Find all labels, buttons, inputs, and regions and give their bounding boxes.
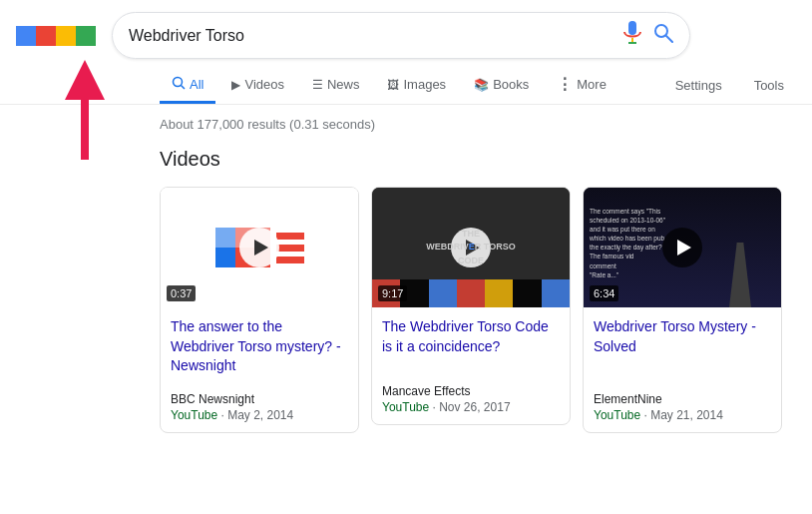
search-bar: Webdriver Torso xyxy=(112,12,690,59)
news-nav-icon: ☰ xyxy=(312,78,323,92)
play-button-1[interactable] xyxy=(239,228,279,267)
videos-section: Videos xyxy=(0,140,812,441)
videos-section-title: Videos xyxy=(160,148,812,171)
platform-label-2: YouTube xyxy=(382,400,429,414)
nav-all-label: All xyxy=(190,77,203,92)
nav-videos-label: Videos xyxy=(244,77,284,92)
video-info-3: Webdriver Torso Mystery - Solved Element… xyxy=(584,307,781,432)
video-date-text-2: Nov 26, 2017 xyxy=(439,400,510,414)
svg-line-6 xyxy=(182,86,186,90)
video-card-2[interactable]: THEWEBDRIVER TORSOCODE xyxy=(371,187,571,425)
images-nav-icon: 🖼 xyxy=(387,78,399,92)
nav-item-more[interactable]: ⋮ More xyxy=(545,67,618,105)
platform-label-3: YouTube xyxy=(594,408,640,422)
nav-item-all[interactable]: All xyxy=(160,68,215,104)
nav-item-images[interactable]: 🖼 Images xyxy=(375,69,458,103)
video-title-3: Webdriver Torso Mystery - Solved xyxy=(594,317,771,356)
video-meta-1: YouTube · May 2, 2014 xyxy=(171,408,348,422)
video-card-1[interactable]: 0:37 The answer to the Webdriver Torso m… xyxy=(160,187,359,433)
video-carousel: 0:37 The answer to the Webdriver Torso m… xyxy=(160,187,812,433)
svg-point-3 xyxy=(655,25,667,37)
search-nav: All ▶ Videos ☰ News 🖼 Images 📚 Books ⋮ M… xyxy=(0,59,812,105)
nav-right-actions: Settings Tools xyxy=(663,70,812,101)
video-date-text-3: May 21, 2014 xyxy=(650,408,723,422)
duration-badge-3: 6:34 xyxy=(590,285,618,301)
video-info-2: The Webdriver Torso Code is it a coincid… xyxy=(372,307,570,424)
books-nav-icon: 📚 xyxy=(474,78,489,92)
nav-news-label: News xyxy=(327,77,360,92)
video-thumbnail-3: The comment says "Thisscheduled on 2013-… xyxy=(584,188,781,307)
video-meta-3: YouTube · May 21, 2014 xyxy=(594,408,771,422)
video-source-1: BBC Newsnight xyxy=(171,392,348,406)
video-thumbnail-2: THEWEBDRIVER TORSOCODE xyxy=(372,188,570,307)
mic-icon[interactable] xyxy=(623,21,641,50)
results-info: About 177,000 results (0.31 seconds) xyxy=(0,105,812,140)
nav-more-label: More xyxy=(577,77,607,92)
svg-line-4 xyxy=(666,36,672,42)
duration-badge-2: 9:17 xyxy=(378,285,407,301)
more-dots-icon: ⋮ xyxy=(557,75,573,94)
video-nav-icon: ▶ xyxy=(231,78,240,92)
video-card-3[interactable]: The comment says "Thisscheduled on 2013-… xyxy=(583,187,782,433)
search-button-icon[interactable] xyxy=(653,23,673,48)
svg-rect-0 xyxy=(628,21,636,35)
google-logo[interactable] xyxy=(16,26,96,46)
nav-books-label: Books xyxy=(493,77,529,92)
video-title-2: The Webdriver Torso Code is it a coincid… xyxy=(382,317,560,356)
video-title-1: The answer to the Webdriver Torso myster… xyxy=(171,317,348,376)
settings-link[interactable]: Settings xyxy=(663,70,734,101)
video-thumbnail-1: 0:37 xyxy=(161,188,358,307)
svg-point-5 xyxy=(174,78,183,87)
nav-item-news[interactable]: ☰ News xyxy=(300,69,372,103)
nav-item-books[interactable]: 📚 Books xyxy=(462,69,541,103)
nav-item-videos[interactable]: ▶ Videos xyxy=(219,69,296,103)
platform-label-1: YouTube xyxy=(171,408,217,422)
results-count: About 177,000 results (0.31 seconds) xyxy=(160,117,375,132)
video-date-text-1: May 2, 2014 xyxy=(227,408,293,422)
video-source-3: ElementNine xyxy=(594,392,771,406)
video-info-1: The answer to the Webdriver Torso myster… xyxy=(161,307,358,432)
tools-link[interactable]: Tools xyxy=(742,70,796,101)
video-meta-2: YouTube · Nov 26, 2017 xyxy=(382,400,560,414)
video-cards-container: 0:37 The answer to the Webdriver Torso m… xyxy=(160,187,812,433)
nav-images-label: Images xyxy=(403,77,446,92)
search-nav-icon xyxy=(172,76,186,93)
search-icons xyxy=(623,21,673,50)
header: Webdriver Torso xyxy=(0,0,812,59)
video-source-2: Mancave Effects xyxy=(382,384,560,398)
duration-badge-1: 0:37 xyxy=(167,285,196,301)
play-button-3[interactable] xyxy=(662,228,702,267)
search-input[interactable]: Webdriver Torso xyxy=(129,27,615,45)
